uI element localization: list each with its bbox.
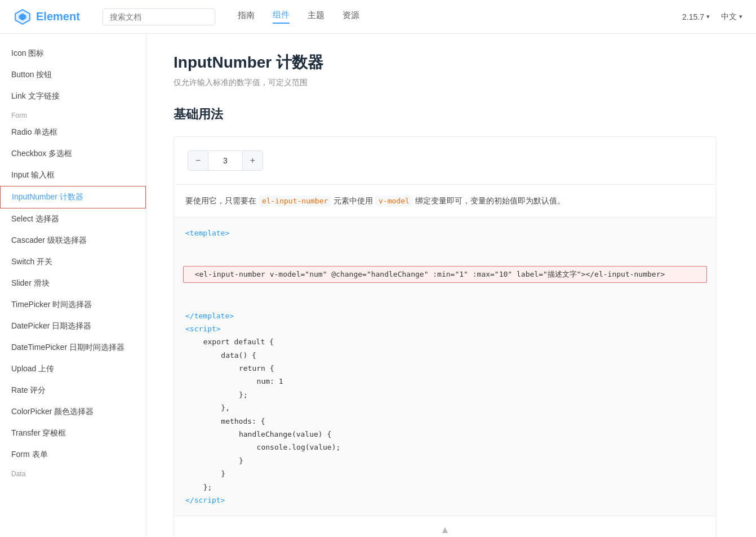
code-line-7: return {	[212, 362, 705, 375]
code-line-17: </script>	[185, 494, 705, 507]
run-link-bar: ▲ 在线运行	[174, 516, 717, 537]
sidebar-section-data: Data	[0, 465, 146, 480]
header: Element 指南 组件 主题 资源 2.15.7 中文	[0, 0, 756, 34]
decrement-button[interactable]: −	[188, 150, 208, 171]
code-line-3: </template>	[185, 309, 705, 322]
code-line-5: export default {	[194, 335, 705, 348]
desc-code1: el-input-number	[259, 196, 331, 206]
sidebar-item-checkbox[interactable]: Checkbox 多选框	[0, 143, 146, 165]
code-line-2: <el-input-number v-model="num" @change="…	[185, 240, 705, 309]
sidebar-item-upload[interactable]: Upload 上传	[0, 358, 146, 380]
main-content: InputNumber 计数器 仅允许输入标准的数字值，可定义范围 基础用法 −…	[146, 34, 744, 537]
desc-text-2: 元素中使用	[331, 196, 375, 205]
search-input[interactable]	[103, 8, 215, 25]
code-block: <template> <el-input-number v-model="num…	[174, 218, 717, 516]
version-selector[interactable]: 2.15.7	[682, 12, 710, 21]
sidebar-item-datetimepicker[interactable]: DateTimePicker 日期时间选择器	[0, 337, 146, 358]
code-line-1: <template>	[185, 227, 705, 239]
sidebar: Icon 图标 Button 按钮 Link 文字链接 Form Radio 单…	[0, 34, 146, 537]
logo-text: Element	[36, 10, 80, 23]
number-input[interactable]: 3	[208, 156, 242, 165]
code-line-9: };	[212, 388, 705, 401]
sidebar-item-cascader[interactable]: Cascader 级联选择器	[0, 230, 146, 251]
section-basic-title: 基础用法	[174, 106, 717, 127]
code-line-14: }	[212, 454, 705, 467]
description-box: 要使用它，只需要在 el-input-number 元素中使用 v-model …	[174, 185, 717, 218]
logo[interactable]: Element	[14, 8, 80, 26]
sidebar-item-link[interactable]: Link 文字链接	[0, 86, 146, 107]
layout: Icon 图标 Button 按钮 Link 文字链接 Form Radio 单…	[0, 34, 756, 537]
code-line-4: <script>	[185, 322, 705, 335]
sidebar-item-slider[interactable]: Slider 滑块	[0, 273, 146, 294]
sidebar-item-icon[interactable]: Icon 图标	[0, 43, 146, 64]
input-number-widget: − 3 +	[188, 150, 263, 171]
sidebar-item-input[interactable]: Input 输入框	[0, 165, 146, 186]
code-line-12: handleChange(value) {	[212, 428, 705, 441]
sidebar-item-inputnumber[interactable]: InputNumber 计数器	[0, 186, 146, 208]
sidebar-item-form[interactable]: Form 表单	[0, 444, 146, 465]
sidebar-section-form: Form	[0, 107, 146, 122]
header-right: 2.15.7 中文	[682, 12, 742, 22]
desc-text-3: 绑定变量即可，变量的初始值即为默认值。	[413, 196, 565, 205]
code-highlight: <el-input-number v-model="num" @change="…	[183, 266, 707, 282]
page-desc: 仅允许输入标准的数字值，可定义范围	[174, 78, 717, 88]
sidebar-item-select[interactable]: Select 选择器	[0, 208, 146, 230]
desc-code2: v-model	[375, 196, 413, 206]
code-line-13: console.log(value);	[221, 441, 705, 454]
sidebar-item-rate[interactable]: Rate 评分	[0, 380, 146, 401]
sidebar-item-button[interactable]: Button 按钮	[0, 64, 146, 86]
nav-theme[interactable]: 主题	[308, 10, 324, 23]
sidebar-item-timepicker[interactable]: TimePicker 时间选择器	[0, 294, 146, 316]
code-line-11: methods: {	[203, 415, 705, 428]
code-line-16: };	[194, 481, 705, 494]
demo-box: − 3 +	[174, 136, 717, 185]
increment-button[interactable]: +	[242, 150, 263, 171]
sidebar-item-datepicker[interactable]: DatePicker 日期选择器	[0, 316, 146, 337]
nav-components[interactable]: 组件	[273, 10, 290, 24]
sidebar-item-transfer[interactable]: Transfer 穿梭框	[0, 423, 146, 444]
desc-text-1: 要使用它，只需要在	[185, 196, 259, 205]
sidebar-item-switch[interactable]: Switch 开关	[0, 251, 146, 273]
code-line-8: num: 1	[221, 375, 705, 388]
language-selector[interactable]: 中文	[721, 12, 742, 22]
code-line-10: },	[203, 401, 705, 414]
code-line-6: data() {	[203, 349, 705, 362]
sidebar-item-colorpicker[interactable]: ColorPicker 颜色选择器	[0, 401, 146, 423]
code-line-15: }	[203, 467, 705, 480]
page-title: InputNumber 计数器	[174, 52, 717, 73]
logo-icon	[14, 8, 32, 26]
scroll-up-icon[interactable]: ▲	[185, 521, 705, 537]
nav-resource[interactable]: 资源	[343, 10, 359, 23]
main-nav: 指南 组件 主题 资源	[238, 10, 682, 24]
nav-guide[interactable]: 指南	[238, 10, 255, 23]
sidebar-item-radio[interactable]: Radio 单选框	[0, 122, 146, 143]
